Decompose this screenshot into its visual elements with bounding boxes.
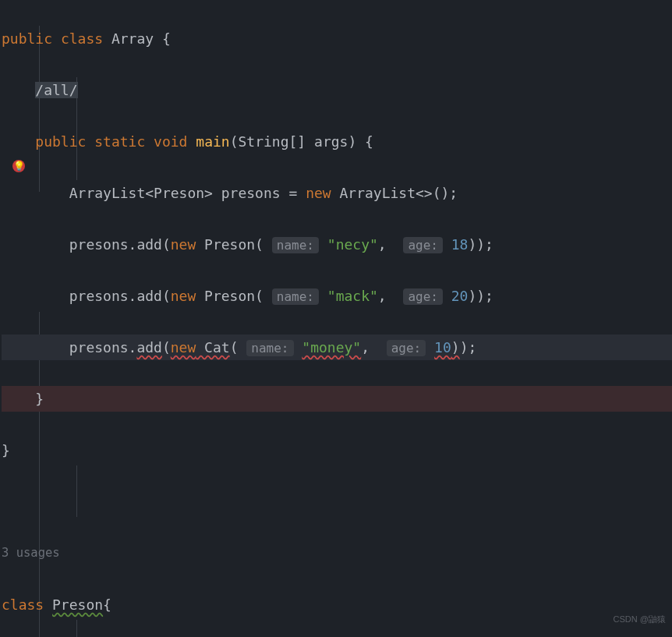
keyword: public [2, 30, 52, 47]
code-editor[interactable]: public class Array { /all/ public static… [0, 0, 672, 637]
brace: { [162, 30, 171, 47]
param-hint: age: [387, 340, 426, 356]
string: "mack" [327, 288, 378, 304]
text: ArrayList<>(); [331, 185, 458, 201]
text: , [378, 288, 404, 304]
text: ) [451, 339, 460, 356]
text: ArrayList<Preson> presons = [69, 185, 306, 201]
keyword: public [35, 133, 86, 150]
class-name: Preson [52, 596, 103, 613]
code-line[interactable]: } [2, 437, 672, 463]
usage-count: 3 usages [2, 540, 60, 566]
text: presons. [69, 339, 137, 356]
keyword: new [171, 339, 196, 356]
method-name: main [196, 133, 229, 150]
error-text: add [136, 339, 162, 356]
keyword: static [94, 133, 145, 150]
brace: } [35, 391, 44, 407]
error-bulb-icon[interactable]: 💡 [12, 160, 25, 172]
text: ( [162, 339, 171, 356]
text: ; [468, 339, 476, 356]
string: "necy" [327, 236, 378, 253]
code-line-error[interactable]: presons.add(new Cat( name: "money", age:… [2, 334, 672, 360]
text: Preson( [196, 236, 272, 253]
param-hint: name: [272, 237, 319, 253]
number: 18 [451, 236, 469, 253]
text: )); [468, 288, 493, 304]
blank-line[interactable] [2, 489, 672, 515]
keyword: class [2, 596, 44, 613]
selection: /all/ [35, 82, 77, 98]
text: )); [468, 236, 493, 253]
brace: } [2, 442, 10, 458]
watermark: CSDN @鼬猿 [614, 607, 666, 632]
keyword: void [154, 133, 187, 150]
text: , [361, 339, 387, 356]
number: 20 [451, 288, 469, 304]
bulb-glyph: 💡 [13, 161, 25, 171]
keyword: class [61, 30, 103, 47]
keyword: new [306, 185, 331, 201]
code-line[interactable]: class Preson{ [2, 592, 672, 618]
usage-hint[interactable]: 3 usages [2, 540, 672, 566]
code-line[interactable]: presons.add(new Preson( name: "necy", ag… [2, 232, 672, 257]
code-line[interactable]: public static void main(String[] args) { [2, 129, 672, 154]
code-line[interactable]: presons.add(new Preson( name: "mack", ag… [2, 283, 672, 309]
error-text: Cat [196, 339, 229, 356]
text: presons.add( [69, 236, 171, 253]
param-hint: name: [246, 340, 293, 356]
text: ( [230, 339, 247, 356]
indent-guide [76, 620, 77, 637]
text: presons.add( [69, 288, 171, 304]
indent-guide [39, 312, 40, 637]
param-hint: age: [403, 237, 443, 253]
keyword: new [171, 236, 196, 253]
code-line[interactable]: ArrayList<Preson> presons = new ArrayLis… [2, 180, 672, 206]
brace: { [103, 596, 111, 613]
string: "money" [302, 339, 361, 356]
code-line[interactable]: /all/ [2, 77, 672, 103]
code-line[interactable]: public class Array { [2, 26, 672, 51]
class-name: Array [111, 30, 154, 47]
text: ) [460, 339, 469, 356]
text: Preson( [196, 288, 272, 304]
keyword: new [171, 288, 196, 304]
text: , [378, 236, 404, 253]
params: (String[] args) { [230, 133, 373, 150]
param-hint: age: [403, 288, 443, 305]
number: 10 [434, 339, 451, 356]
code-line[interactable]: } [2, 386, 672, 412]
param-hint: name: [272, 288, 319, 305]
